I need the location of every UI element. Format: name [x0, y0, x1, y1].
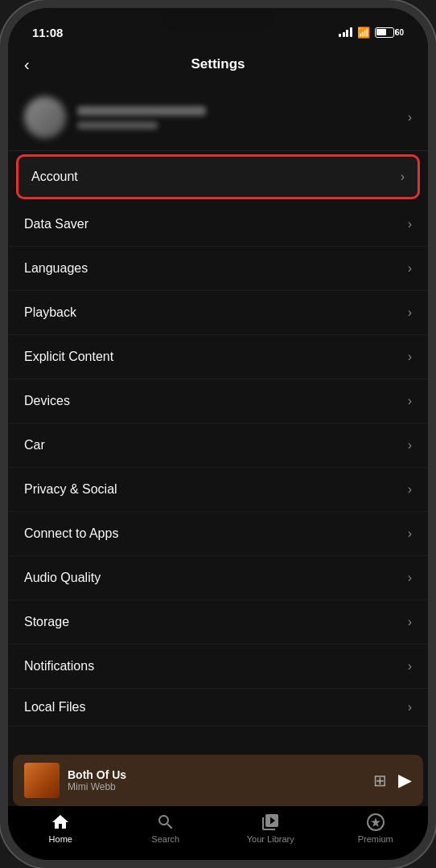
mini-player-controls: ⊞ ▶: [373, 770, 412, 791]
mini-player-left: Both Of Us Mimi Webb: [24, 763, 126, 798]
local-files-label: Local Files: [24, 700, 85, 714]
settings-item-languages[interactable]: Languages ›: [8, 247, 428, 291]
settings-item-playback[interactable]: Playback ›: [8, 291, 428, 335]
nav-item-search[interactable]: Search: [113, 813, 219, 844]
mini-track-artist: Mimi Webb: [68, 781, 126, 792]
phone-frame: 11:08 📶 60 ‹ Settings: [0, 0, 436, 868]
settings-item-data-saver[interactable]: Data Saver ›: [8, 203, 428, 247]
profile-chevron-icon: ›: [408, 110, 412, 125]
mini-track-title: Both Of Us: [68, 768, 126, 781]
mini-album-art: [24, 763, 60, 798]
premium-icon: [366, 813, 385, 832]
settings-label-car: Car: [24, 438, 45, 452]
settings-chevron-playback-icon: ›: [408, 305, 412, 320]
settings-item-explicit-content[interactable]: Explicit Content ›: [8, 335, 428, 379]
nav-label-premium: Premium: [358, 834, 393, 844]
profile-subtitle: [77, 121, 158, 129]
home-icon: [51, 813, 70, 832]
settings-item-privacy-social[interactable]: Privacy & Social ›: [8, 468, 428, 512]
mini-track-info: Both Of Us Mimi Webb: [68, 768, 126, 792]
settings-header: ‹ Settings: [8, 48, 428, 84]
profile-row[interactable]: ›: [8, 84, 428, 151]
status-time: 11:08: [32, 26, 63, 39]
settings-item-account[interactable]: Account ›: [16, 154, 420, 199]
settings-label-notifications: Notifications: [24, 659, 94, 674]
bottom-nav: Home Search Your Library Premium: [8, 806, 428, 860]
battery-icon: 60: [375, 27, 404, 38]
settings-label-account: Account: [31, 170, 78, 184]
page-title: Settings: [191, 56, 245, 72]
signal-bars-icon: [339, 27, 352, 37]
nav-label-home: Home: [49, 834, 72, 844]
notch: [162, 8, 274, 31]
status-icons: 📶 60: [339, 27, 404, 39]
settings-chevron-account-icon: ›: [401, 170, 405, 184]
settings-label-data-saver: Data Saver: [24, 217, 88, 231]
settings-content: › Account › Data Saver › Languages › Pla…: [8, 84, 428, 755]
settings-item-audio-quality[interactable]: Audio Quality ›: [8, 556, 428, 600]
settings-label-devices: Devices: [24, 394, 70, 408]
settings-chevron-data-saver-icon: ›: [408, 217, 412, 231]
local-files-row[interactable]: Local Files ›: [8, 689, 428, 727]
settings-item-devices[interactable]: Devices ›: [8, 379, 428, 424]
settings-chevron-notifications-icon: ›: [408, 659, 412, 674]
avatar: [24, 96, 66, 138]
settings-chevron-storage-icon: ›: [408, 615, 412, 629]
settings-chevron-car-icon: ›: [408, 438, 412, 452]
settings-label-connect-to-apps: Connect to Apps: [24, 526, 118, 541]
settings-chevron-audio-quality-icon: ›: [408, 571, 412, 585]
settings-list: Account › Data Saver › Languages › Playb…: [8, 154, 428, 689]
nav-label-search: Search: [151, 834, 179, 844]
settings-item-car[interactable]: Car ›: [8, 424, 428, 468]
local-files-chevron-icon: ›: [408, 700, 412, 714]
profile-info: [77, 106, 408, 129]
settings-chevron-languages-icon: ›: [408, 261, 412, 276]
settings-item-notifications[interactable]: Notifications ›: [8, 645, 428, 689]
nav-item-premium[interactable]: Premium: [323, 813, 429, 844]
settings-chevron-explicit-content-icon: ›: [408, 350, 412, 364]
settings-chevron-privacy-social-icon: ›: [408, 482, 412, 497]
play-button[interactable]: ▶: [398, 770, 412, 791]
phone-inner: 11:08 📶 60 ‹ Settings: [8, 8, 428, 860]
back-button[interactable]: ‹: [24, 55, 30, 74]
mini-player[interactable]: Both Of Us Mimi Webb ⊞ ▶: [13, 755, 423, 806]
settings-label-audio-quality: Audio Quality: [24, 571, 101, 585]
settings-chevron-connect-to-apps-icon: ›: [408, 526, 412, 541]
search-icon: [156, 813, 175, 832]
cast-icon[interactable]: ⊞: [373, 771, 387, 790]
nav-label-library: Your Library: [247, 834, 294, 844]
wifi-icon: 📶: [357, 27, 370, 39]
settings-item-storage[interactable]: Storage ›: [8, 600, 428, 645]
settings-label-playback: Playback: [24, 305, 76, 320]
settings-label-storage: Storage: [24, 615, 69, 629]
status-bar: 11:08 📶 60: [8, 8, 428, 48]
settings-chevron-devices-icon: ›: [408, 394, 412, 408]
nav-item-library[interactable]: Your Library: [218, 813, 323, 844]
profile-name: [77, 106, 206, 116]
settings-label-explicit-content: Explicit Content: [24, 350, 113, 364]
settings-label-languages: Languages: [24, 261, 88, 276]
nav-item-home[interactable]: Home: [8, 813, 113, 844]
settings-label-privacy-social: Privacy & Social: [24, 482, 117, 497]
settings-item-connect-to-apps[interactable]: Connect to Apps ›: [8, 512, 428, 556]
library-icon: [261, 813, 280, 832]
